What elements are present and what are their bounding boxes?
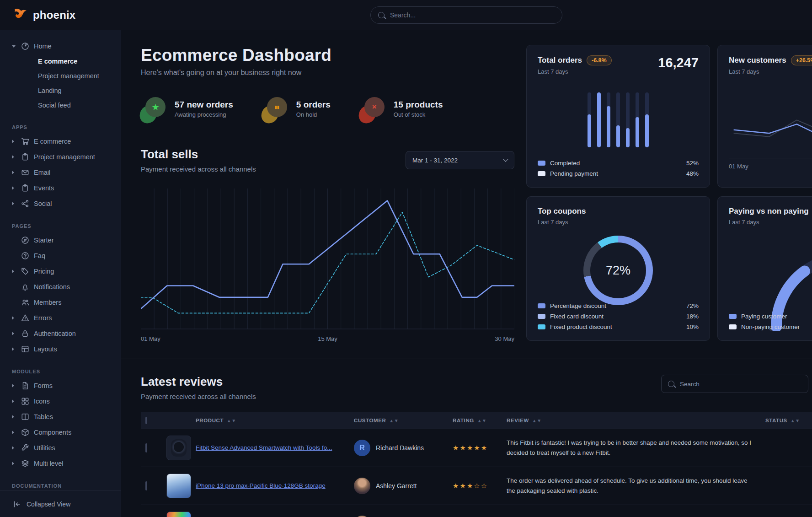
sidebar-item-e-commerce[interactable]: E commerce bbox=[0, 54, 121, 69]
caret-right-icon bbox=[12, 446, 16, 450]
sidebar-item-multi-level[interactable]: Multi level bbox=[0, 456, 121, 471]
pie-chart-icon bbox=[21, 42, 29, 50]
sidebar-section-documentation: DOCUMENTATION bbox=[12, 483, 121, 489]
x-mark-icon: × bbox=[360, 97, 385, 121]
sidebar-item-utilities[interactable]: Utilities bbox=[0, 440, 121, 456]
sidebar-item-members[interactable]: Members bbox=[0, 295, 121, 310]
column-header-review[interactable]: REVIEW ▲▼ bbox=[502, 412, 761, 429]
latest-reviews-subtitle: Payment received across all channels bbox=[141, 393, 256, 400]
row-checkbox[interactable] bbox=[145, 481, 147, 490]
caret-right-icon bbox=[12, 171, 16, 174]
top-coupons-donut-chart: 72% bbox=[583, 236, 653, 305]
product-thumbnail-watch[interactable] bbox=[166, 436, 191, 460]
product-thumbnail-laptop[interactable] bbox=[166, 512, 191, 517]
sidebar-item-starter[interactable]: Starter bbox=[0, 232, 121, 248]
sidebar-item-pricing[interactable]: Pricing bbox=[0, 264, 121, 279]
sidebar-item-social[interactable]: Social bbox=[0, 196, 121, 211]
caret-right-icon bbox=[12, 332, 16, 335]
sidebar-item-layouts[interactable]: Layouts bbox=[0, 341, 121, 357]
global-search-input[interactable] bbox=[389, 11, 555, 19]
clipboard-icon bbox=[21, 184, 29, 192]
column-header-rating[interactable]: RATING ▲▼ bbox=[448, 412, 502, 429]
caret-right-icon bbox=[12, 384, 16, 388]
column-header-status[interactable]: STATUS ▲▼ bbox=[761, 412, 812, 429]
search-icon bbox=[668, 381, 674, 387]
grid-icon bbox=[21, 397, 29, 405]
envelope-icon bbox=[21, 168, 29, 177]
topbar: phoenix bbox=[0, 0, 812, 30]
sidebar-item-project-management[interactable]: Project management bbox=[0, 149, 121, 165]
sidebar-item-e-commerce[interactable]: E commerce bbox=[0, 134, 121, 149]
page-subtitle: Here's what's going on at your business … bbox=[141, 69, 514, 77]
sidebar-item-social-feed[interactable]: Social feed bbox=[0, 98, 121, 113]
total-orders-card: Total orders -6.8% Last 7 days 16,247 Co… bbox=[526, 45, 710, 188]
sidebar-nav: HomeE commerceProject managementLandingS… bbox=[0, 30, 121, 490]
top-coupons-card: Top coupons Last 7 days 72% Percentage d… bbox=[526, 196, 710, 341]
x-tick-30may: 30 May bbox=[495, 335, 514, 342]
legend-item: Completed 52% bbox=[538, 158, 699, 168]
layers-icon bbox=[21, 459, 29, 468]
share-icon bbox=[21, 199, 29, 208]
new-customers-period: Last 7 days bbox=[729, 68, 812, 75]
customer-cell: R Richard Dawkins bbox=[354, 440, 443, 456]
latest-reviews-section: Latest reviews Payment received across a… bbox=[121, 359, 812, 517]
brand-name: phoenix bbox=[33, 9, 75, 22]
sidebar-item-tables[interactable]: Tables bbox=[0, 409, 121, 425]
sidebar-item-authentication[interactable]: Authentication bbox=[0, 326, 121, 341]
column-header-customer[interactable]: CUSTOMER ▲▼ bbox=[349, 412, 448, 429]
reviews-search-input[interactable] bbox=[679, 380, 801, 388]
new-customers-line-chart: 01 May bbox=[729, 119, 812, 170]
paying-period: Last 7 days bbox=[729, 219, 812, 226]
rating-stars: ★★★★★ bbox=[453, 444, 488, 452]
sidebar-item-landing[interactable]: Landing bbox=[0, 83, 121, 98]
caret-right-icon bbox=[12, 431, 16, 434]
sidebar-item-forms[interactable]: Forms bbox=[0, 378, 121, 393]
sidebar-section-pages: PAGES bbox=[12, 223, 121, 229]
product-link[interactable]: Fitbit Sense Advanced Smartwatch with To… bbox=[196, 444, 332, 451]
row-checkbox[interactable] bbox=[145, 443, 147, 452]
sidebar-item-errors[interactable]: Errors bbox=[0, 310, 121, 326]
sort-icon: ▲▼ bbox=[532, 418, 542, 423]
stats-row: ★ 57 new orders Awating processing ▮▮ 5 … bbox=[141, 97, 514, 121]
reviews-search[interactable] bbox=[661, 375, 808, 393]
total-sells-chart: 01 May 15 May 30 May bbox=[141, 185, 514, 342]
top-coupons-legend: Percentage discount 72% Fixed card disco… bbox=[538, 301, 699, 332]
column-header-product[interactable]: PRODUCT ▲▼ bbox=[196, 412, 349, 429]
top-coupons-period: Last 7 days bbox=[538, 219, 699, 226]
total-orders-title: Total orders bbox=[538, 56, 582, 65]
product-link[interactable]: iPhone 13 pro max-Pacific Blue-128GB sto… bbox=[196, 482, 326, 489]
sidebar-item-components[interactable]: Components bbox=[0, 425, 121, 440]
sidebar-item-email[interactable]: Email bbox=[0, 165, 121, 180]
total-orders-badge: -6.8% bbox=[587, 55, 612, 65]
new-customers-x-label: 01 May bbox=[729, 163, 812, 170]
new-customers-card: New customers +26.5% Last 7 days 01 May bbox=[717, 45, 812, 188]
sidebar-section-modules: MODULES bbox=[12, 369, 121, 374]
global-search[interactable] bbox=[370, 6, 562, 24]
sidebar-item-icons[interactable]: Icons bbox=[0, 393, 121, 409]
sidebar-item-faq[interactable]: Faq bbox=[0, 248, 121, 264]
caret-right-icon bbox=[12, 186, 16, 190]
legend-item: Fixed product discount 10% bbox=[538, 322, 699, 332]
legend-item: Non-paying customer bbox=[729, 322, 812, 332]
brand[interactable]: phoenix bbox=[0, 8, 75, 22]
sidebar-item-home[interactable]: Home bbox=[0, 38, 121, 54]
sidebar-item-notifications[interactable]: Notifications bbox=[0, 279, 121, 295]
total-orders-value: 16,247 bbox=[658, 55, 699, 70]
paying-title: Paying vs non paying bbox=[729, 207, 809, 216]
caret-right-icon bbox=[12, 269, 16, 273]
product-thumbnail-phone[interactable] bbox=[166, 474, 191, 498]
paying-legend: Paying customer Non-paying customer bbox=[729, 311, 812, 332]
page-title: Ecommerce Dashboard bbox=[141, 46, 514, 65]
select-all-checkbox[interactable] bbox=[145, 417, 147, 424]
total-sells-title: Total sells bbox=[141, 147, 256, 162]
review-row: iPhone 13 pro max-Pacific Blue-128GB sto… bbox=[141, 467, 812, 505]
total-orders-legend: Completed 52% Pending payment 48% bbox=[538, 158, 699, 179]
sort-icon: ▲▼ bbox=[477, 418, 487, 423]
sidebar-item-project-management[interactable]: Project management bbox=[0, 69, 121, 83]
sidebar-item-events[interactable]: Events bbox=[0, 180, 121, 196]
collapse-sidebar-button[interactable]: Collapsed View bbox=[0, 490, 121, 517]
warning-icon bbox=[21, 314, 29, 322]
stat-on-hold: ▮▮ 5 orders On hold bbox=[262, 97, 331, 121]
search-icon bbox=[378, 12, 385, 18]
date-range-select[interactable]: Mar 1 - 31, 2022 bbox=[406, 151, 514, 169]
